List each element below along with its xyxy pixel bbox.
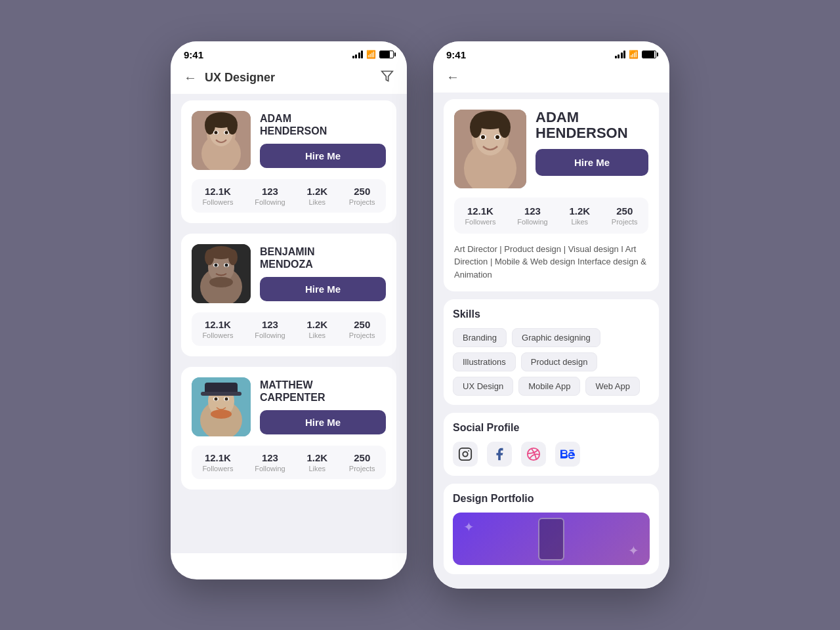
stat-following-adam-left: 123 Following — [255, 186, 285, 206]
profile-name: ADAM HENDERSON — [536, 110, 648, 141]
stat-likes-profile: 1.2K Likes — [569, 205, 590, 226]
behance-icon[interactable] — [555, 442, 580, 467]
status-time-left: 9:41 — [184, 49, 203, 60]
right-phone: 9:41 📶 ← — [433, 41, 669, 589]
skill-branding[interactable]: Branding — [453, 328, 507, 347]
svg-point-39 — [499, 117, 511, 138]
wifi-icon-left: 📶 — [366, 50, 376, 59]
signal-icon-left — [352, 51, 364, 58]
facebook-icon[interactable] — [487, 442, 512, 467]
card-top-benjamin: BENJAMIN MENDOZA Hire Me — [192, 244, 386, 303]
status-icons-right: 📶 — [615, 50, 657, 59]
svg-point-28 — [211, 410, 232, 419]
designer-name-matthew: MATTHEW CARPENTER — [260, 379, 386, 404]
designer-list: ADAM HENDERSON Hire Me 12.1K Followers 1… — [171, 94, 407, 553]
avatar-benjamin — [192, 244, 251, 303]
svg-point-16 — [205, 249, 214, 265]
card-info-adam: ADAM HENDERSON Hire Me — [260, 112, 386, 168]
svg-point-11 — [225, 131, 228, 134]
status-icons-left: 📶 — [352, 50, 394, 59]
profile-bio: Art Director | Product design | Visual d… — [454, 243, 648, 282]
designer-name-adam: ADAM HENDERSON — [260, 112, 386, 137]
stat-likes-matthew: 1.2K Likes — [306, 452, 327, 472]
designer-card-matthew: MATTHEW CARPENTER Hire Me 12.1K Follower… — [181, 367, 396, 490]
portfolio-phone-mockup — [538, 518, 564, 560]
stat-followers-benjamin: 12.1K Followers — [202, 319, 233, 339]
svg-point-10 — [215, 131, 218, 134]
wifi-icon-right: 📶 — [629, 50, 639, 59]
page-title-left: UX Designer — [205, 71, 381, 85]
skill-graphic-designing[interactable]: Graphic designing — [512, 328, 600, 347]
skill-mobile-app[interactable]: Mobile App — [518, 377, 580, 396]
status-bar-left: 9:41 📶 — [171, 41, 407, 64]
skill-illustrations[interactable]: Illustrations — [453, 352, 516, 371]
nav-header-left: ← UX Designer — [171, 64, 407, 94]
instagram-icon[interactable] — [453, 442, 478, 467]
svg-point-38 — [470, 117, 482, 138]
left-phone: 9:41 📶 ← UX Designer — [171, 41, 407, 579]
portfolio-star-left: ✦ — [463, 519, 474, 535]
stat-projects-adam-left: 250 Projects — [349, 186, 375, 206]
portfolio-title: Design Portfolio — [453, 493, 650, 505]
profile-top: ADAM HENDERSON Hire Me — [454, 110, 648, 188]
stat-followers-adam-left: 12.1K Followers — [202, 186, 233, 206]
profile-content: ADAM HENDERSON Hire Me 12.1K Followers 1… — [433, 93, 669, 589]
svg-point-22 — [225, 263, 228, 266]
skill-product-design[interactable]: Product design — [521, 352, 598, 371]
filter-icon-left[interactable] — [381, 70, 394, 86]
profile-header-card: ADAM HENDERSON Hire Me 12.1K Followers 1… — [444, 99, 659, 292]
svg-point-21 — [215, 263, 218, 266]
svg-point-18 — [209, 277, 233, 287]
dribbble-icon[interactable] — [521, 442, 546, 467]
status-bar-right: 9:41 📶 — [433, 41, 669, 64]
stat-projects-matthew: 250 Projects — [349, 452, 375, 472]
hire-button-benjamin[interactable]: Hire Me — [260, 277, 386, 301]
skill-web-app[interactable]: Web App — [585, 377, 640, 396]
battery-icon-left — [379, 51, 394, 58]
avatar-adam-right — [454, 110, 526, 188]
svg-point-42 — [481, 135, 485, 139]
svg-point-46 — [468, 450, 469, 452]
stat-projects-benjamin: 250 Projects — [349, 319, 375, 339]
status-time-right: 9:41 — [446, 49, 466, 60]
stat-following-benjamin: 123 Following — [255, 319, 285, 339]
stat-likes-benjamin: 1.2K Likes — [306, 319, 327, 339]
hire-button-matthew[interactable]: Hire Me — [260, 410, 386, 434]
designer-card-benjamin: BENJAMIN MENDOZA Hire Me 12.1K Followers… — [181, 234, 396, 356]
avatar-adam-left — [192, 111, 251, 170]
social-title: Social Profile — [453, 422, 650, 434]
stat-projects-profile: 250 Projects — [612, 205, 638, 226]
back-button-right[interactable]: ← — [446, 70, 459, 85]
svg-marker-0 — [382, 71, 393, 81]
stats-row-matthew: 12.1K Followers 123 Following 1.2K Likes… — [192, 446, 386, 479]
stats-row-adam-left: 12.1K Followers 123 Following 1.2K Likes… — [192, 179, 386, 213]
portfolio-star-right: ✦ — [628, 543, 639, 558]
skills-section: Skills Branding Graphic designing Illust… — [444, 299, 659, 405]
svg-point-43 — [495, 135, 499, 139]
svg-rect-44 — [459, 448, 471, 460]
stat-followers-profile: 12.1K Followers — [465, 205, 495, 226]
svg-point-31 — [215, 397, 218, 400]
stat-following-matthew: 123 Following — [255, 452, 285, 472]
skill-ux-design[interactable]: UX Design — [453, 377, 513, 396]
stat-following-profile: 123 Following — [517, 205, 547, 226]
hire-button-adam-right[interactable]: Hire Me — [536, 149, 648, 176]
hire-button-adam-left[interactable]: Hire Me — [260, 144, 386, 168]
profile-stats: 12.1K Followers 123 Following 1.2K Likes… — [454, 198, 648, 234]
card-top-adam: ADAM HENDERSON Hire Me — [192, 111, 386, 170]
nav-header-right: ← — [433, 64, 669, 93]
designer-name-benjamin: BENJAMIN MENDOZA — [260, 245, 386, 270]
portfolio-section: Design Portfolio ✦ ✦ — [444, 484, 659, 574]
card-info-matthew: MATTHEW CARPENTER Hire Me — [260, 379, 386, 434]
card-info-benjamin: BENJAMIN MENDOZA Hire Me — [260, 245, 386, 301]
social-section: Social Profile — [444, 413, 659, 476]
battery-icon-right — [642, 51, 656, 58]
profile-name-section: ADAM HENDERSON Hire Me — [536, 110, 648, 176]
card-top-matthew: MATTHEW CARPENTER Hire Me — [192, 377, 386, 436]
back-button-left[interactable]: ← — [184, 70, 197, 85]
avatar-matthew — [192, 377, 251, 436]
social-icons-row — [453, 442, 650, 467]
svg-point-45 — [463, 452, 467, 457]
stat-likes-adam-left: 1.2K Likes — [306, 186, 327, 206]
designer-card-adam: ADAM HENDERSON Hire Me 12.1K Followers 1… — [181, 100, 396, 223]
